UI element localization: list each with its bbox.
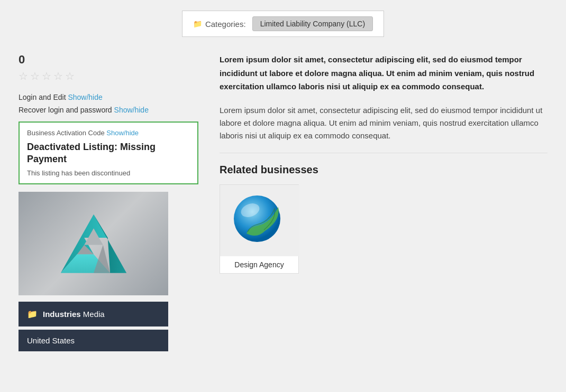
business-logo [19,192,168,295]
related-businesses-list: Design Agency [220,184,547,274]
folder-icon-white: 📁 [27,309,38,319]
star-1[interactable]: ☆ [19,70,28,82]
recover-label: Recover login and password [19,106,112,114]
login-edit-row: Login and Edit Show/hide [19,93,198,101]
categories-label: 📁 Categories: [193,20,246,29]
deactivated-box: Business Activation Code Show/hide Deact… [19,122,198,184]
related-businesses-title: Related businesses [220,164,547,176]
triangle-logo [46,200,141,287]
categories-badge[interactable]: Limited Liability Company (LLC) [252,16,373,31]
categories-box: 📁 Categories: Limited Liability Company … [182,11,384,37]
star-3[interactable]: ☆ [42,70,51,82]
rating-count: 0 [19,53,198,67]
stars-container: ☆ ☆ ☆ ☆ ☆ [19,70,198,82]
left-column: 0 ☆ ☆ ☆ ☆ ☆ Login and Edit Show/hide Rec… [19,53,198,351]
country-text: United States [27,336,75,345]
country-box: United States [19,330,168,351]
categories-bar: 📁 Categories: Limited Liability Company … [19,11,547,37]
activation-code-label: Business Activation Code Show/hide [27,129,190,137]
page-wrapper: 📁 Categories: Limited Liability Company … [0,0,566,392]
business-card-image [220,185,299,256]
star-2[interactable]: ☆ [30,70,40,82]
business-card[interactable]: Design Agency [220,184,299,274]
recover-row: Recover login and password Show/hide [19,106,198,114]
business-card-name: Design Agency [220,256,298,273]
divider [220,153,547,153]
main-layout: 0 ☆ ☆ ☆ ☆ ☆ Login and Edit Show/hide Rec… [19,53,547,351]
deactivated-msg: This listing has been discontinued [27,169,190,177]
description-bold: Lorem ipsum dolor sit amet, consectetur … [220,53,547,94]
login-edit-link[interactable]: Show/hide [68,93,102,101]
star-5[interactable]: ☆ [65,70,75,82]
industry-box: 📁 Industries Media [19,302,168,326]
star-4[interactable]: ☆ [53,70,63,82]
activation-code-link[interactable]: Show/hide [106,129,139,137]
industry-text: Industries Media [43,310,105,319]
login-edit-label: Login and Edit [19,93,66,101]
right-column: Lorem ipsum dolor sit amet, consectetur … [220,53,547,274]
recover-link[interactable]: Show/hide [114,106,149,114]
categories-text: Categories: [205,20,246,29]
description-normal: Lorem ipsum dolor sit amet, consectetur … [220,104,547,142]
folder-icon: 📁 [193,20,202,28]
deactivated-title: Deactivated Listing: Missing Payment [27,141,190,166]
